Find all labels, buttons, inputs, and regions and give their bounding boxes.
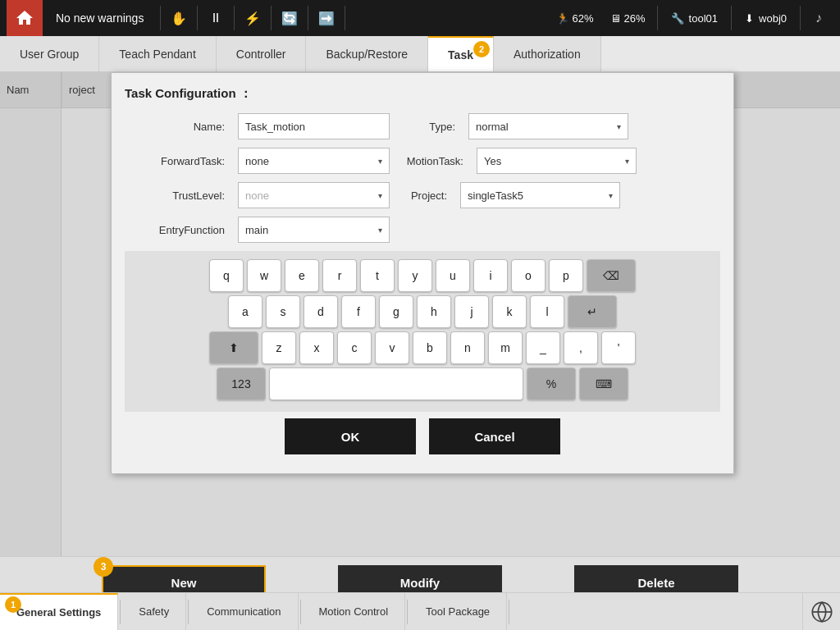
motion-task-dropdown-arrow: ▾: [625, 157, 629, 166]
key-r[interactable]: r: [322, 259, 357, 292]
home-button[interactable]: [7, 0, 43, 36]
trust-level-label: TrustLevel:: [125, 189, 231, 202]
sep5: [308, 6, 308, 30]
pause-icon[interactable]: ⏸: [201, 0, 231, 36]
footer-tab-communication[interactable]: Communication: [190, 593, 298, 630]
tab-backup-restore[interactable]: Backup/Restore: [306, 36, 428, 71]
key-n[interactable]: n: [450, 331, 485, 364]
hand-icon[interactable]: ✋: [164, 0, 194, 36]
tab-authorization[interactable]: Authorization: [494, 36, 601, 71]
sep9: [800, 6, 801, 30]
keyboard-hide-key[interactable]: ⌨: [579, 368, 628, 400]
footer-tab-safety[interactable]: Safety: [122, 593, 186, 630]
tool-label: tool01: [689, 12, 718, 25]
name-input[interactable]: [238, 113, 390, 139]
tab-teach-pendant[interactable]: Teach Pendant: [99, 36, 216, 71]
key-comma[interactable]: ,: [564, 331, 598, 364]
status-right: 🏃 62% 🖥 26% 🔧 tool01 ⬇ wobj0 ♪: [548, 0, 833, 36]
key-k[interactable]: k: [492, 295, 527, 328]
key-l[interactable]: l: [530, 295, 564, 328]
key-m[interactable]: m: [488, 331, 523, 364]
motion-task-dropdown[interactable]: Yes ▾: [477, 148, 637, 174]
enter-key[interactable]: ↵: [568, 295, 617, 328]
cancel-button[interactable]: Cancel: [429, 418, 560, 454]
footer-tab-motion-control[interactable]: Motion Control: [303, 593, 406, 630]
entry-function-dropdown-arrow: ▾: [378, 226, 382, 235]
key-c[interactable]: c: [337, 331, 372, 364]
key-x[interactable]: x: [299, 331, 334, 364]
right-panel: roject Task Configuration ： Name: Type: …: [62, 72, 840, 556]
key-b[interactable]: b: [413, 331, 447, 364]
new-button-badge: 3: [94, 557, 113, 577]
forward-task-dropdown-arrow: ▾: [378, 157, 382, 166]
form-row-name-type: Name: Type: normal ▾: [125, 113, 720, 139]
num-key[interactable]: 123: [217, 368, 266, 400]
wrench-icon: 🔧: [671, 12, 684, 25]
key-y[interactable]: y: [398, 259, 432, 292]
type-label: Type:: [396, 121, 462, 133]
trust-level-dropdown[interactable]: none ▾: [238, 182, 390, 208]
task-config-dialog: Task Configuration ： Name: Type: normal …: [111, 72, 734, 474]
ok-button[interactable]: OK: [285, 418, 416, 454]
music-icon[interactable]: ♪: [804, 0, 833, 36]
key-u[interactable]: u: [436, 259, 470, 292]
dialog-buttons: OK Cancel: [125, 418, 720, 454]
key-g[interactable]: g: [379, 295, 413, 328]
sep3: [234, 6, 235, 30]
key-apostrophe[interactable]: ': [601, 331, 636, 364]
key-d[interactable]: d: [304, 295, 338, 328]
key-h[interactable]: h: [417, 295, 451, 328]
motion-task-label: MotionTask:: [396, 155, 470, 167]
download-icon: ⬇: [745, 12, 754, 25]
kb-row-2: a s d f g h j k l ↵: [133, 295, 712, 328]
entry-function-dropdown[interactable]: main ▾: [238, 217, 390, 243]
kb-row-4: 123 % ⌨: [133, 368, 712, 400]
tab-bar: User Group Teach Pendant Controller Back…: [0, 36, 840, 72]
sep8: [731, 6, 732, 30]
key-f[interactable]: f: [341, 295, 376, 328]
sep2: [197, 6, 198, 30]
globe-icon[interactable]: [802, 593, 840, 631]
footer-sep1: [120, 600, 121, 624]
key-v[interactable]: v: [375, 331, 409, 364]
entry-function-label: EntryFunction: [125, 224, 231, 236]
tab-user-group[interactable]: User Group: [0, 36, 99, 71]
arrow-icon[interactable]: ➡️: [312, 0, 341, 36]
status-bar: No new warnings ✋ ⏸ ⚡ 🔄 ➡️ 🏃 62% 🖥 26% 🔧…: [0, 0, 840, 36]
run-icon: 🏃: [556, 12, 569, 25]
key-s[interactable]: s: [266, 295, 300, 328]
key-underscore[interactable]: _: [526, 331, 560, 364]
left-panel: Nam: [0, 72, 62, 556]
tool-item: 🔧 tool01: [661, 12, 728, 25]
kb-row-1: q w e r t y u i o p ⌫: [133, 259, 712, 292]
tab-controller[interactable]: Controller: [217, 36, 307, 71]
key-p[interactable]: p: [549, 259, 583, 292]
flash-icon[interactable]: ⚡: [238, 0, 267, 36]
cycle-icon[interactable]: 🔄: [275, 0, 304, 36]
key-i[interactable]: i: [473, 259, 508, 292]
key-w[interactable]: w: [247, 259, 281, 292]
key-o[interactable]: o: [511, 259, 546, 292]
key-a[interactable]: a: [228, 295, 262, 328]
space-key[interactable]: [269, 368, 523, 400]
screen-icon: 🖥: [610, 12, 621, 25]
project-dropdown[interactable]: singleTask5 ▾: [460, 182, 620, 208]
key-e[interactable]: e: [285, 259, 319, 292]
footer-tab-general-settings[interactable]: 1 General Settings: [0, 593, 118, 630]
shift-key[interactable]: ⬆: [209, 331, 258, 364]
trust-level-dropdown-arrow: ▾: [378, 191, 382, 200]
key-j[interactable]: j: [454, 295, 489, 328]
sep6: [345, 6, 345, 30]
footer-sep4: [407, 600, 408, 624]
forward-task-dropdown[interactable]: none ▾: [238, 148, 390, 174]
footer-tab-tool-package[interactable]: Tool Package: [409, 593, 507, 630]
key-z[interactable]: z: [262, 331, 296, 364]
key-t[interactable]: t: [360, 259, 395, 292]
dialog-title: Task Configuration ：: [125, 86, 720, 102]
percent-key[interactable]: %: [527, 368, 576, 400]
cpu-metric: 🏃 62%: [548, 12, 602, 25]
backspace-key[interactable]: ⌫: [587, 259, 636, 292]
type-dropdown[interactable]: normal ▾: [468, 113, 628, 139]
tab-task[interactable]: Task 2: [428, 36, 494, 71]
key-q[interactable]: q: [209, 259, 244, 292]
